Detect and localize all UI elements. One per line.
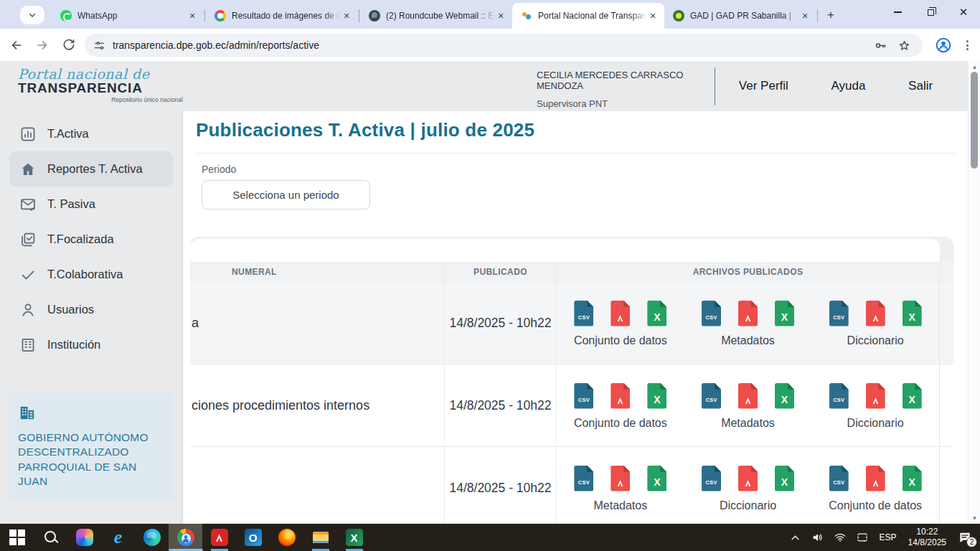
sidebar-item-instituci-n[interactable]: Institución <box>9 327 173 362</box>
taskbar-start-button[interactable] <box>0 524 34 551</box>
page-fold <box>623 466 630 472</box>
forward-button[interactable] <box>33 36 52 55</box>
copy-check-icon <box>19 231 37 248</box>
tab-close-icon[interactable]: ✕ <box>187 10 198 22</box>
sidebar-item-label: Usuarios <box>47 303 94 316</box>
close-icon: ✕ <box>959 6 969 19</box>
file-icons: CSVX <box>829 383 922 409</box>
browser-tab-3[interactable]: Portal Nacional de Transpare ✕ <box>512 3 664 29</box>
page-scrollbar[interactable]: ▲ ▼ <box>968 61 980 524</box>
tray-clock[interactable]: 10:22 14/8/2025 <box>905 527 949 548</box>
taskbar-acrobat-button[interactable] <box>202 524 236 551</box>
tray-language[interactable]: ESP <box>876 532 900 542</box>
sidebar-item-usuarios[interactable]: Usuarios <box>9 292 173 327</box>
taskbar-search-button[interactable] <box>34 524 67 551</box>
tray-speaker-icon[interactable] <box>809 527 826 548</box>
bookmark-star-icon[interactable] <box>897 39 911 52</box>
csv-file-icon[interactable]: CSV <box>829 466 849 491</box>
excel-file-icon[interactable]: X <box>903 383 922 409</box>
pdf-file-icon[interactable] <box>866 466 885 491</box>
sidebar-item-t-focalizada[interactable]: T.Focalizada <box>9 222 173 257</box>
csv-file-icon[interactable]: CSV <box>829 383 849 409</box>
taskbar-edge-button[interactable] <box>135 524 169 551</box>
publications-table: NUMERAL PUBLICADO ARCHIVOS PUBLICADOS a … <box>190 237 953 524</box>
tab-close-icon[interactable]: ✕ <box>799 10 811 22</box>
notification-center-button[interactable]: 2 <box>954 527 976 548</box>
taskbar-ie-button[interactable]: e <box>101 524 135 551</box>
tab-search-button[interactable] <box>20 6 44 24</box>
excel-file-icon[interactable]: X <box>647 301 666 326</box>
taskbar-excel-button[interactable]: X <box>337 524 371 551</box>
sidebar-item-label: T.Focalizada <box>47 232 114 246</box>
scroll-up-icon[interactable]: ▲ <box>969 62 980 72</box>
tray-chevron-up-icon[interactable] <box>787 527 804 548</box>
tab-title: Portal Nacional de Transpare <box>538 11 647 21</box>
pdf-file-icon[interactable] <box>611 383 630 409</box>
browser-tab-4[interactable]: GAD | GAD PR Sabanilla | ✕ <box>664 4 816 28</box>
header-link-ver-perfil[interactable]: Ver Perfil <box>739 79 788 93</box>
tab-close-icon[interactable]: ✕ <box>495 10 507 22</box>
csv-file-icon[interactable]: CSV <box>574 383 593 409</box>
restore-button[interactable] <box>914 0 947 24</box>
new-tab-button[interactable]: + <box>822 6 839 24</box>
tray-cast-icon[interactable] <box>854 527 871 548</box>
taskbar-firefox-button[interactable] <box>270 524 303 551</box>
chevron-down-icon <box>28 11 37 19</box>
excel-file-icon[interactable]: X <box>775 301 794 326</box>
header-link-salir[interactable]: Salir <box>908 79 933 93</box>
browser-tab-1[interactable]: Resultado de imágenes de G ✕ <box>206 4 358 28</box>
excel-file-icon[interactable]: X <box>647 466 666 491</box>
csv-file-icon[interactable]: CSV <box>702 301 721 326</box>
excel-file-icon[interactable]: X <box>775 466 794 491</box>
sidebar-item-reportes-t-activa[interactable]: Reportes T. Activa <box>9 151 173 187</box>
csv-file-icon[interactable]: CSV <box>702 466 721 491</box>
close-button[interactable]: ✕ <box>947 0 980 24</box>
password-key-icon[interactable] <box>874 39 887 52</box>
sidebar-item-t-activa[interactable]: T.Activa <box>9 116 173 151</box>
internet-explorer-icon: e <box>110 529 127 546</box>
excel-file-icon[interactable]: X <box>775 383 794 409</box>
column-header-numeral: NUMERAL <box>190 262 445 282</box>
browser-tab-0[interactable]: WhatsApp ✕ <box>52 4 204 28</box>
scroll-down-icon[interactable]: ▼ <box>969 513 980 523</box>
scrollbar-thumb[interactable] <box>971 72 978 169</box>
taskbar-copilot-button[interactable] <box>67 524 101 551</box>
csv-file-icon[interactable]: CSV <box>829 301 849 326</box>
taskbar-outlook-button[interactable]: O <box>236 524 270 551</box>
browser-tab-2[interactable]: (2) Roundcube Webmail :: En ✕ <box>360 4 512 28</box>
pdf-file-icon[interactable] <box>611 301 630 326</box>
page-fold <box>623 301 630 307</box>
back-button[interactable] <box>7 36 26 55</box>
taskbar-chrome-button[interactable] <box>169 524 202 551</box>
excel-file-icon[interactable]: X <box>903 301 922 326</box>
profile-avatar-icon[interactable] <box>935 37 952 54</box>
pdf-file-icon[interactable] <box>611 466 630 491</box>
taskbar-explorer-button[interactable] <box>303 524 337 551</box>
pdf-file-icon[interactable] <box>738 301 758 326</box>
csv-file-icon[interactable]: CSV <box>574 466 593 491</box>
pdf-file-icon[interactable] <box>866 301 885 326</box>
table-toolbar <box>190 239 940 262</box>
institution-card[interactable]: GOBIERNO AUTÓNOMO DESCENTRALIZADO PARROQ… <box>9 393 174 501</box>
excel-file-icon[interactable]: X <box>903 466 922 491</box>
header-link-ayuda[interactable]: Ayuda <box>831 79 866 93</box>
url-field[interactable]: transparencia.dpe.gob.ec/admin/reports/a… <box>85 34 923 57</box>
numeral-text: a <box>190 316 199 331</box>
csv-file-icon[interactable]: CSV <box>702 383 721 409</box>
csv-file-icon[interactable]: CSV <box>574 301 593 326</box>
tab-close-icon[interactable]: ✕ <box>647 10 659 22</box>
pdf-file-icon[interactable] <box>738 466 758 491</box>
excel-file-icon[interactable]: X <box>647 383 666 409</box>
browser-menu-button[interactable] <box>961 40 974 50</box>
page: Portal nacional de TRANSPARENCIA Reposit… <box>0 61 980 524</box>
sidebar-item-t-pasiva[interactable]: T. Pasiva <box>9 187 173 222</box>
tray-wifi-icon[interactable] <box>831 527 849 548</box>
reload-button[interactable] <box>59 36 77 55</box>
pdf-file-icon[interactable] <box>866 383 885 409</box>
tab-close-icon[interactable]: ✕ <box>341 10 352 22</box>
pdf-file-icon[interactable] <box>738 383 758 409</box>
minimize-button[interactable] <box>881 0 914 24</box>
period-select[interactable]: Selecciona un periodo <box>202 180 370 209</box>
numeral-text: ciones procedimientos internos <box>190 398 369 413</box>
sidebar-item-t-colaborativa[interactable]: T.Colaborativa <box>9 257 173 292</box>
